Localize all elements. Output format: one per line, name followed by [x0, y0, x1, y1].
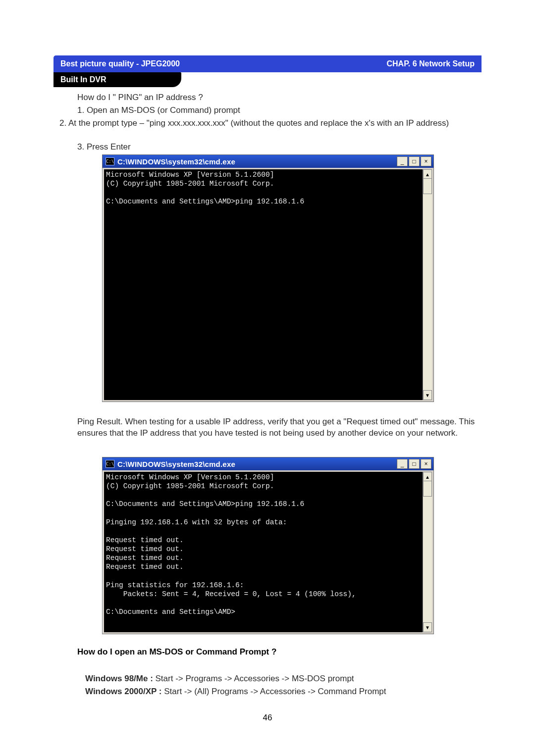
header-bar: Best picture quality - JPEG2000 CHAP. 6 … — [54, 55, 482, 72]
vertical-scrollbar[interactable]: ▲ ▼ — [423, 169, 432, 400]
window-control-buttons: _ □ × — [397, 459, 431, 469]
os1-bold: Windows 98/Me : — [85, 674, 156, 683]
step-3: 3. Press Enter — [77, 142, 482, 153]
minimize-button[interactable]: _ — [397, 156, 408, 166]
header-left-text: Best picture quality - JPEG2000 — [60, 59, 180, 68]
maximize-button[interactable]: □ — [409, 459, 420, 469]
cmd-icon: C:\ — [106, 157, 114, 165]
scroll-down-button[interactable]: ▼ — [423, 622, 432, 632]
section-tab: Built In DVR — [54, 72, 181, 87]
ping-result-description: Ping Result. When testing for a usable I… — [77, 416, 482, 439]
terminal-body: Microsoft Windows XP [Version 5.1.2600] … — [104, 169, 432, 400]
scroll-thumb[interactable] — [423, 481, 432, 497]
os2-bold: Windows 2000/XP : — [85, 687, 164, 696]
console-output: Microsoft Windows XP [Version 5.1.2600] … — [104, 472, 423, 632]
terminal-window-1: C:\ C:\WINDOWS\system32\cmd.exe _ □ × Mi… — [102, 154, 434, 402]
os-instruction-1: Windows 98/Me : Start -> Programs -> Acc… — [85, 673, 482, 685]
terminal-body: Microsoft Windows XP [Version 5.1.2600] … — [104, 472, 432, 632]
vertical-scrollbar[interactable]: ▲ ▼ — [423, 472, 432, 632]
maximize-button[interactable]: □ — [409, 156, 420, 166]
titlebar: C:\ C:\WINDOWS\system32\cmd.exe _ □ × — [103, 155, 433, 168]
window-title: C:\WINDOWS\system32\cmd.exe — [117, 460, 394, 468]
question-2-heading: How do I open an MS-DOS or Command Promp… — [77, 647, 482, 658]
header-right-text: CHAP. 6 Network Setup — [386, 59, 475, 68]
os1-rest: Start -> Programs -> Accessories -> MS-D… — [156, 674, 354, 683]
scroll-up-button[interactable]: ▲ — [423, 472, 432, 482]
section-tab-label: Built In DVR — [60, 75, 106, 84]
window-title: C:\WINDOWS\system32\cmd.exe — [117, 157, 394, 166]
page-number: 46 — [0, 713, 535, 723]
console-output: Microsoft Windows XP [Version 5.1.2600] … — [104, 169, 423, 400]
terminal-window-2: C:\ C:\WINDOWS\system32\cmd.exe _ □ × Mi… — [102, 457, 434, 634]
close-button[interactable]: × — [421, 459, 431, 469]
minimize-button[interactable]: _ — [397, 459, 408, 469]
scroll-down-button[interactable]: ▼ — [423, 390, 432, 400]
scroll-up-button[interactable]: ▲ — [423, 169, 432, 179]
os-instruction-2: Windows 2000/XP : Start -> (All) Program… — [85, 686, 482, 698]
os2-rest: Start -> (All) Programs -> Accessories -… — [164, 687, 386, 696]
cmd-icon: C:\ — [106, 460, 114, 468]
question-heading: How do I " PING" an IP address ? — [77, 92, 482, 103]
close-button[interactable]: × — [421, 156, 431, 166]
titlebar: C:\ C:\WINDOWS\system32\cmd.exe _ □ × — [103, 457, 433, 470]
step-1: 1. Open an MS-DOS (or Command) prompt — [77, 105, 482, 116]
step-2: 2. At the prompt type – "ping xxx.xxx.xx… — [59, 118, 482, 129]
scroll-thumb[interactable] — [423, 178, 432, 194]
window-control-buttons: _ □ × — [397, 156, 431, 166]
page: { "header": { "left": "Best picture qual… — [0, 0, 535, 756]
